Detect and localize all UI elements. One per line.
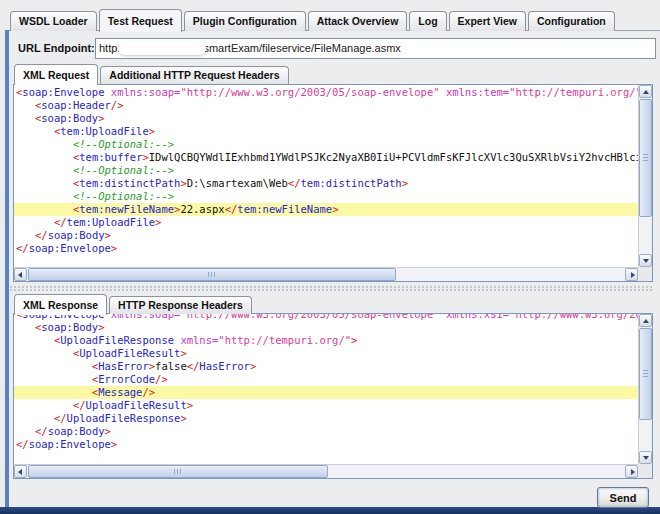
window-bottom-edge xyxy=(0,507,660,514)
code-line: <ErrorCode/> xyxy=(14,373,638,386)
code-line: <soap:Envelope xmlns:soap="http://www.w3… xyxy=(14,86,638,99)
tab-test-request[interactable]: Test Request xyxy=(99,9,182,32)
left-arrow-icon xyxy=(18,469,22,475)
right-arrow-icon xyxy=(631,469,635,475)
tab-expert-view[interactable]: Expert View xyxy=(449,11,526,31)
window-left-edge xyxy=(5,30,9,507)
scroll-down-button[interactable] xyxy=(639,254,652,267)
send-button[interactable]: Send xyxy=(597,487,649,508)
code-line: </soap:Envelope> xyxy=(14,438,638,451)
tab-wsdl-loader[interactable]: WSDL Loader xyxy=(10,11,97,31)
request-xml-code[interactable]: <soap:Envelope xmlns:soap="http://www.w3… xyxy=(14,85,638,267)
tab-configuration[interactable]: Configuration xyxy=(528,11,615,31)
request-horizontal-scrollbar[interactable] xyxy=(14,267,638,281)
horizontal-scrollbar-thumb[interactable] xyxy=(28,465,328,478)
code-line: <soap:Body> xyxy=(14,321,638,334)
request-vertical-scrollbar[interactable] xyxy=(638,85,652,267)
code-line: </UploadFileResponse> xyxy=(14,412,638,425)
code-line: </soap:Body> xyxy=(14,425,638,438)
code-line: <tem:buffer>IDwlQCBQYWdlIExhbmd1YWdlPSJK… xyxy=(14,151,638,164)
tab-additional-http-request-headers[interactable]: Additional HTTP Request Headers xyxy=(100,66,288,84)
response-vertical-scrollbar[interactable] xyxy=(638,314,652,464)
code-line: <tem:distinctPath>D:\smartexam\Web</tem:… xyxy=(14,177,638,190)
scroll-left-button[interactable] xyxy=(14,268,27,281)
highlighted-code-line: <Message/> xyxy=(14,386,638,399)
vertical-scrollbar-thumb[interactable] xyxy=(639,328,652,420)
code-line: <UploadFileResult> xyxy=(14,347,638,360)
code-line: <!--Optional:--> xyxy=(14,138,638,151)
url-value-prefix: http: xyxy=(99,42,120,54)
response-xml-code[interactable]: <soap:Envelope xmlns:soap="http://www.w3… xyxy=(14,314,638,464)
highlighted-code-line: <tem:newFileName>22.aspx</tem:newFileNam… xyxy=(14,203,638,216)
scroll-left-button[interactable] xyxy=(14,465,27,478)
response-tab-bar: XML ResponseHTTP Response Headers xyxy=(14,294,254,314)
request-tab-bar: XML RequestAdditional HTTP Request Heade… xyxy=(14,64,291,84)
code-line: <!--Optional:--> xyxy=(14,190,638,203)
tab-attack-overview[interactable]: Attack Overview xyxy=(308,11,408,31)
response-horizontal-scrollbar[interactable] xyxy=(14,464,638,478)
scroll-right-button[interactable] xyxy=(625,268,638,281)
response-xml-editor[interactable]: <soap:Envelope xmlns:soap="http://www.w3… xyxy=(13,313,653,479)
scroll-up-button[interactable] xyxy=(639,314,652,327)
up-arrow-icon xyxy=(643,319,649,323)
main-tab-bar: WSDL LoaderTest RequestPlugin Configurat… xyxy=(10,8,617,31)
url-value-suffix: smartExam/fileservice/FileManage.asmx xyxy=(203,42,400,54)
scroll-down-button[interactable] xyxy=(639,451,652,464)
code-line: <UploadFileResponse xmlns="http://tempur… xyxy=(14,334,638,347)
redacted-region xyxy=(118,42,206,55)
scrollbar-corner xyxy=(638,464,652,478)
code-line: </soap:Body> xyxy=(14,229,638,242)
code-line: <tem:UploadFile> xyxy=(14,125,638,138)
scroll-right-button[interactable] xyxy=(625,465,638,478)
tab-xml-response[interactable]: XML Response xyxy=(14,294,107,315)
down-arrow-icon xyxy=(643,259,649,263)
scrollbar-corner xyxy=(638,267,652,281)
code-line: <soap:Body> xyxy=(14,112,638,125)
vertical-scrollbar-thumb[interactable] xyxy=(639,99,652,217)
ws-attacker-window: { "main_tabs": { "items": ["WSDL Loader"… xyxy=(0,0,660,514)
url-endpoint-label: URL Endpoint: xyxy=(18,42,95,54)
up-arrow-icon xyxy=(643,90,649,94)
code-line: <soap:Envelope xmlns:soap="http://www.w3… xyxy=(14,314,638,321)
horizontal-scrollbar-thumb[interactable] xyxy=(28,268,396,281)
tab-plugin-configuration[interactable]: Plugin Configuration xyxy=(184,11,306,31)
request-xml-editor[interactable]: <soap:Envelope xmlns:soap="http://www.w3… xyxy=(13,84,653,282)
split-divider[interactable] xyxy=(10,286,654,292)
left-arrow-icon xyxy=(18,272,22,278)
right-arrow-icon xyxy=(631,272,635,278)
code-line: <!--Optional:--> xyxy=(14,164,638,177)
url-endpoint-field[interactable]: http:smartExam/fileservice/FileManage.as… xyxy=(95,38,656,59)
scroll-up-button[interactable] xyxy=(639,85,652,98)
code-line: <HasError>false</HasError> xyxy=(14,360,638,373)
tab-xml-request[interactable]: XML Request xyxy=(14,64,98,85)
tab-log[interactable]: Log xyxy=(409,11,446,31)
down-arrow-icon xyxy=(643,456,649,460)
code-line: </UploadFileResult> xyxy=(14,399,638,412)
code-line: <soap:Header/> xyxy=(14,99,638,112)
tab-http-response-headers[interactable]: HTTP Response Headers xyxy=(109,296,252,314)
code-line: </soap:Envelope> xyxy=(14,242,638,255)
code-line: </tem:UploadFile> xyxy=(14,216,638,229)
